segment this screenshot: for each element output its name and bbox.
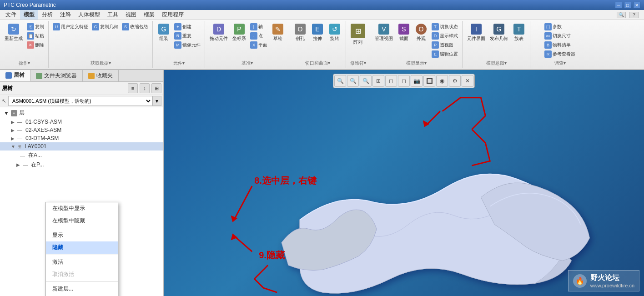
dropdown-arrow[interactable]: ▼ bbox=[152, 96, 161, 106]
vp-btn-view1[interactable]: ⊞ bbox=[372, 75, 384, 87]
close-btn[interactable]: ✕ bbox=[633, 2, 640, 8]
menu-app[interactable]: 应用程序 bbox=[158, 10, 187, 20]
maximize-btn[interactable]: □ bbox=[624, 2, 631, 8]
copy-geo-icon: C bbox=[92, 23, 99, 30]
ribbon-btn-edit-pos[interactable]: E 编辑位置 bbox=[430, 50, 459, 58]
ribbon-btn-assemble[interactable]: G 组装 bbox=[156, 23, 172, 43]
tree-item-axes[interactable]: ▶ — 02-AXES-ASM bbox=[0, 126, 163, 134]
vp-btn-close[interactable]: ✕ bbox=[462, 75, 473, 87]
search-btn[interactable]: 🔍 bbox=[617, 12, 626, 18]
vp-btn-view5[interactable]: ◉ bbox=[436, 75, 448, 87]
manage-view-icon: V bbox=[378, 24, 389, 35]
ribbon-btn-regenerate[interactable]: ↻ 重新生成 bbox=[3, 23, 25, 43]
ribbon-btn-plane[interactable]: P 坐标系 bbox=[231, 23, 248, 43]
ctx-show[interactable]: 显示 bbox=[46, 229, 118, 241]
red-bracket bbox=[423, 98, 490, 166]
ctx-activate[interactable]: 激活 bbox=[46, 256, 118, 268]
svg-line-4 bbox=[427, 111, 440, 125]
minimize-btn[interactable]: ─ bbox=[615, 2, 622, 8]
ribbon-btn-family-table[interactable]: T 族表 bbox=[511, 23, 527, 43]
ribbon-btn-axis[interactable]: | 轴 bbox=[249, 23, 269, 31]
window-controls: ─ □ ✕ bbox=[615, 2, 640, 8]
coord-icon: X bbox=[250, 41, 257, 49]
vp-btn-zoom-in[interactable]: 🔍 bbox=[334, 75, 346, 87]
dtm-arrow: ▶ bbox=[11, 136, 15, 141]
ribbon-btn-mirror[interactable]: M 镜像元件 bbox=[173, 41, 202, 49]
layer-btn-3[interactable]: ⊞ bbox=[151, 83, 161, 93]
vp-btn-camera[interactable]: 📷 bbox=[411, 75, 423, 87]
ctx-show-in-model[interactable]: 在模型中显示 bbox=[46, 202, 118, 215]
delete-icon: ✕ bbox=[27, 41, 34, 49]
vp-btn-view2[interactable]: ◻ bbox=[385, 75, 397, 87]
tree-item-sub2[interactable]: ▶ — 在P... bbox=[0, 160, 163, 170]
watermark: 🔥 野火论坛 www.proewildfire.cn bbox=[568, 270, 639, 291]
ribbon-btn-appearance[interactable]: O 外观 bbox=[413, 23, 429, 43]
ribbon-btn-manage-view[interactable]: V 管理视图 bbox=[373, 23, 395, 43]
menu-view[interactable]: 视图 bbox=[122, 10, 140, 20]
ribbon-btn-switch-dim[interactable]: d= 切换尺寸 bbox=[543, 32, 577, 40]
cut-buttons: O 创孔 E 拉伸 ↺ 旋转 bbox=[292, 23, 343, 59]
ribbon-btn-paste[interactable]: 📋 粘贴 bbox=[25, 32, 45, 40]
hole-icon: O bbox=[295, 24, 306, 35]
ribbon-btn-array[interactable]: ⊞ 阵列 bbox=[349, 23, 367, 46]
ribbon-btn-extrude[interactable]: E 拉伸 bbox=[309, 23, 326, 43]
tab-favorites[interactable]: 收藏夹 bbox=[83, 70, 119, 81]
tree-item-sub1[interactable]: — 在A... bbox=[0, 151, 163, 160]
ctx-new-layer[interactable]: 新建层... bbox=[46, 283, 118, 295]
menu-file[interactable]: 文件 bbox=[2, 10, 20, 20]
ctx-deactivate: 取消激活 bbox=[46, 268, 118, 281]
ctx-hide[interactable]: 隐藏 bbox=[46, 241, 118, 254]
menu-analysis[interactable]: 分析 bbox=[38, 10, 56, 20]
ribbon-btn-copy-geo[interactable]: C 复制几何 bbox=[91, 23, 120, 31]
model-dropdown[interactable]: ASM0001.ASM (顶级模型，活动的) bbox=[8, 96, 152, 106]
menu-tools[interactable]: 工具 bbox=[104, 10, 122, 20]
tree-item-lay0001[interactable]: ▼ ⊞ LAY0001 bbox=[0, 142, 163, 151]
ribbon-btn-create[interactable]: + 创建 bbox=[173, 23, 202, 31]
ribbon-btn-section[interactable]: S 截面 bbox=[396, 23, 412, 43]
tree-item-dtm[interactable]: ▶ — 03-DTM-ASM bbox=[0, 134, 163, 142]
ribbon-btn-delete[interactable]: ✕ 删除 bbox=[25, 41, 45, 49]
paste-icon: 📋 bbox=[27, 32, 34, 40]
layer-btn-2[interactable]: ↕ bbox=[140, 83, 150, 93]
tab-layer-tree[interactable]: 层树 bbox=[0, 70, 30, 81]
ribbon-btn-perspective[interactable]: P 透视图 bbox=[430, 41, 459, 49]
vp-btn-zoom-out[interactable]: 🔍 bbox=[360, 75, 372, 87]
ribbon-btn-bom[interactable]: B 物料清单 bbox=[543, 41, 577, 49]
publish-geo-icon: G bbox=[493, 24, 504, 35]
vp-btn-settings[interactable]: ⚙ bbox=[449, 75, 461, 87]
ribbon-btn-point[interactable]: · 点 bbox=[249, 32, 269, 40]
survey-buttons: { } 参数 d= 切换尺寸 B 物料清单 R 参考查看器 bbox=[543, 23, 577, 59]
menu-annotation[interactable]: 注释 bbox=[56, 10, 75, 20]
perspective-icon: P bbox=[432, 41, 439, 49]
menu-model[interactable]: 模型 bbox=[20, 10, 38, 20]
ribbon-btn-shrink[interactable]: S 收缩包络 bbox=[121, 23, 150, 31]
vp-btn-view3[interactable]: ◻ bbox=[398, 75, 410, 87]
ribbon-btn-user-feature[interactable]: U 用户定义特征 bbox=[51, 23, 90, 31]
plane-icon: P bbox=[234, 24, 245, 35]
ribbon-btn-ref-viewer[interactable]: R 参考查看器 bbox=[543, 50, 577, 58]
ribbon-btn-rotate[interactable]: ↺ 旋转 bbox=[327, 23, 343, 43]
ribbon-group-datum: D 拖动元件 P 坐标系 | 轴 · 点 X 平面 bbox=[205, 21, 289, 68]
ribbon-btn-repeat[interactable]: R 重复 bbox=[173, 32, 202, 40]
ribbon-btn-copy[interactable]: ⎘ 复制 bbox=[25, 23, 45, 31]
ribbon-btn-display-style[interactable]: D 显示样式 bbox=[430, 32, 459, 40]
ribbon-btn-toggle[interactable]: T 切换状态 bbox=[430, 23, 459, 31]
ribbon-btn-drag[interactable]: D 拖动元件 bbox=[208, 23, 230, 43]
vp-btn-view4[interactable]: 🔲 bbox=[423, 75, 435, 87]
toggle-icon: T bbox=[432, 23, 439, 30]
menu-frame[interactable]: 框架 bbox=[140, 10, 158, 20]
ribbon-btn-publish-geo[interactable]: G 发布几何 bbox=[488, 23, 510, 43]
ribbon-btn-coord[interactable]: X 平面 bbox=[249, 41, 269, 49]
tab-file-browser[interactable]: 文件夹浏览器 bbox=[30, 70, 83, 81]
vp-btn-zoom-fit[interactable]: 🔍 bbox=[347, 75, 359, 87]
menu-human[interactable]: 人体模型 bbox=[75, 10, 104, 20]
ctx-hide-in-model[interactable]: 在模型中隐藏 bbox=[46, 215, 118, 227]
tree-item-csys[interactable]: ▶ — 01-CSYS-ASM bbox=[0, 118, 163, 126]
ribbon-btn-sketch[interactable]: ✎ 草绘 bbox=[270, 23, 286, 43]
ribbon-btn-param[interactable]: { } 参数 bbox=[543, 23, 577, 31]
layer-btn-1[interactable]: ≡ bbox=[128, 83, 138, 93]
help-btn[interactable]: ? bbox=[629, 12, 639, 18]
annotation-text-2: 9.隐藏 bbox=[259, 250, 285, 260]
ribbon-btn-hole[interactable]: O 创孔 bbox=[292, 23, 308, 43]
ribbon-btn-interface[interactable]: I 元件界面 bbox=[465, 23, 487, 43]
